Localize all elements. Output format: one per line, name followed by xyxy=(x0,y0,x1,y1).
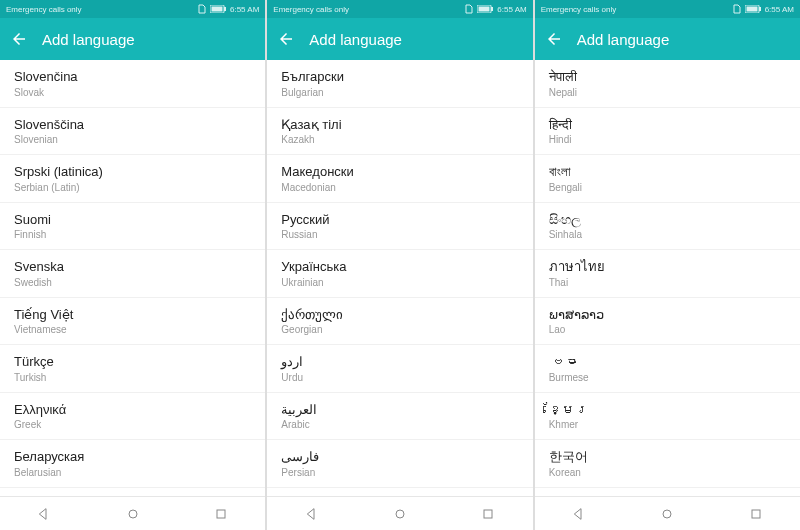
language-row[interactable]: ဗမာBurmese xyxy=(535,345,800,393)
language-native-name: 한국어 xyxy=(549,448,786,466)
page-title: Add language xyxy=(309,31,402,48)
svg-rect-11 xyxy=(746,7,757,12)
back-arrow-icon[interactable] xyxy=(10,30,28,48)
svg-rect-9 xyxy=(484,510,492,518)
nav-recent-button[interactable] xyxy=(748,506,764,522)
language-native-name: ខ្មែរ xyxy=(549,401,786,419)
svg-rect-1 xyxy=(211,7,222,12)
svg-rect-7 xyxy=(491,7,493,11)
language-english-name: Bulgarian xyxy=(281,86,518,99)
language-row[interactable]: Srpski (latinica)Serbian (Latin) xyxy=(0,155,265,203)
nav-recent-button[interactable] xyxy=(213,506,229,522)
status-bar: Emergency calls only6:55 AM xyxy=(0,0,265,18)
language-row[interactable]: नेपाली xyxy=(267,488,532,496)
app-bar: Add language xyxy=(0,18,265,60)
status-right: 6:55 AM xyxy=(465,4,526,14)
sim-card-icon xyxy=(198,4,206,14)
svg-rect-14 xyxy=(752,510,760,518)
language-english-name: Macedonian xyxy=(281,181,518,194)
language-row[interactable]: ΕλληνικάGreek xyxy=(0,393,265,441)
language-english-name: Thai xyxy=(549,276,786,289)
language-native-name: ဗမာ xyxy=(549,353,786,371)
language-row[interactable]: Қазақ тіліKazakh xyxy=(267,108,532,156)
sim-card-icon xyxy=(733,4,741,14)
language-native-name: العربية xyxy=(281,401,518,419)
language-row[interactable]: ქართულიGeorgian xyxy=(267,298,532,346)
language-row[interactable]: বাংলাBengali xyxy=(535,155,800,203)
language-row[interactable]: SlovenčinaSlovak xyxy=(0,60,265,108)
language-native-name: ภาษาไทย xyxy=(549,258,786,276)
back-arrow-icon[interactable] xyxy=(277,30,295,48)
language-english-name: Russian xyxy=(281,228,518,241)
phone-screen: Emergency calls only6:55 AMAdd languageन… xyxy=(535,0,800,530)
svg-rect-6 xyxy=(479,7,490,12)
status-right: 6:55 AM xyxy=(733,4,794,14)
language-row[interactable]: TürkçeTurkish xyxy=(0,345,265,393)
nav-back-button[interactable] xyxy=(304,506,320,522)
language-english-name: Swedish xyxy=(14,276,251,289)
language-english-name: Khmer xyxy=(549,418,786,431)
nav-recent-button[interactable] xyxy=(480,506,496,522)
language-row[interactable]: 日本語 xyxy=(535,488,800,496)
language-native-name: Українська xyxy=(281,258,518,276)
language-english-name: Slovenian xyxy=(14,133,251,146)
language-row[interactable]: नेपालीNepali xyxy=(535,60,800,108)
language-list[interactable]: БългарскиBulgarianҚазақ тіліKazakhМакедо… xyxy=(267,60,532,496)
nav-home-button[interactable] xyxy=(659,506,675,522)
language-native-name: Slovenčina xyxy=(14,68,251,86)
language-english-name: Hindi xyxy=(549,133,786,146)
language-english-name: Korean xyxy=(549,466,786,479)
language-row[interactable]: Български xyxy=(0,488,265,496)
page-title: Add language xyxy=(42,31,135,48)
language-native-name: Svenska xyxy=(14,258,251,276)
language-row[interactable]: РусскийRussian xyxy=(267,203,532,251)
language-english-name: Turkish xyxy=(14,371,251,384)
language-english-name: Finnish xyxy=(14,228,251,241)
status-right: 6:55 AM xyxy=(198,4,259,14)
language-native-name: فارسی xyxy=(281,448,518,466)
language-row[interactable]: МакедонскиMacedonian xyxy=(267,155,532,203)
language-native-name: ქართული xyxy=(281,306,518,324)
language-row[interactable]: УкраїнськаUkrainian xyxy=(267,250,532,298)
language-row[interactable]: SuomiFinnish xyxy=(0,203,265,251)
language-english-name: Greek xyxy=(14,418,251,431)
language-row[interactable]: 한국어Korean xyxy=(535,440,800,488)
svg-rect-2 xyxy=(224,7,226,11)
language-english-name: Urdu xyxy=(281,371,518,384)
network-status-text: Emergency calls only xyxy=(273,5,349,14)
language-row[interactable]: العربيةArabic xyxy=(267,393,532,441)
language-english-name: Belarusian xyxy=(14,466,251,479)
language-row[interactable]: ພາສາລາວLao xyxy=(535,298,800,346)
language-row[interactable]: فارسیPersian xyxy=(267,440,532,488)
back-arrow-icon[interactable] xyxy=(545,30,563,48)
language-row[interactable]: اردوUrdu xyxy=(267,345,532,393)
language-row[interactable]: SlovenščinaSlovenian xyxy=(0,108,265,156)
clock-text: 6:55 AM xyxy=(230,5,259,14)
language-row[interactable]: SvenskaSwedish xyxy=(0,250,265,298)
language-native-name: Български xyxy=(281,68,518,86)
app-bar: Add language xyxy=(267,18,532,60)
language-row[interactable]: БеларускаяBelarusian xyxy=(0,440,265,488)
language-row[interactable]: ภาษาไทยThai xyxy=(535,250,800,298)
language-list[interactable]: नेपालीNepaliहिन्दीHindiবাংলাBengaliසිංහල… xyxy=(535,60,800,496)
nav-home-button[interactable] xyxy=(125,506,141,522)
language-english-name: Persian xyxy=(281,466,518,479)
nav-back-button[interactable] xyxy=(571,506,587,522)
language-english-name: Ukrainian xyxy=(281,276,518,289)
nav-back-button[interactable] xyxy=(36,506,52,522)
language-row[interactable]: Tiếng ViệtVietnamese xyxy=(0,298,265,346)
language-native-name: Tiếng Việt xyxy=(14,306,251,324)
language-english-name: Lao xyxy=(549,323,786,336)
language-english-name: Arabic xyxy=(281,418,518,431)
nav-home-button[interactable] xyxy=(392,506,408,522)
language-row[interactable]: हिन्दीHindi xyxy=(535,108,800,156)
language-list[interactable]: SlovenčinaSlovakSlovenščinaSlovenianSrps… xyxy=(0,60,265,496)
language-native-name: Қазақ тілі xyxy=(281,116,518,134)
language-native-name: नेपाली xyxy=(549,68,786,86)
language-row[interactable]: БългарскиBulgarian xyxy=(267,60,532,108)
language-native-name: Беларуская xyxy=(14,448,251,466)
language-row[interactable]: සිංහලSinhala xyxy=(535,203,800,251)
status-bar: Emergency calls only6:55 AM xyxy=(535,0,800,18)
language-english-name: Georgian xyxy=(281,323,518,336)
language-row[interactable]: ខ្មែរKhmer xyxy=(535,393,800,441)
